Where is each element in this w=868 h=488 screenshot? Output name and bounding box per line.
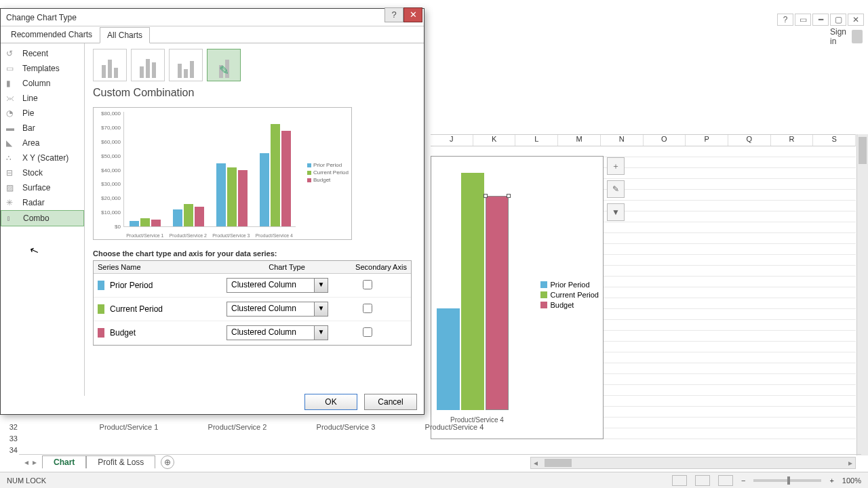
zoom-out-button[interactable]: − bbox=[741, 476, 745, 485]
horizontal-scrollbar[interactable]: ◂▸ bbox=[530, 457, 856, 469]
combo-subtype-custom[interactable]: ✎ bbox=[207, 49, 241, 81]
surface-icon: ▨ bbox=[6, 183, 18, 192]
subtype-title: Custom Combination bbox=[93, 87, 416, 99]
combo-subtype-3[interactable] bbox=[169, 49, 203, 81]
series-name-label: Prior Period bbox=[110, 281, 226, 290]
series-instruction: Choose the chart type and axis for your … bbox=[93, 249, 416, 258]
zoom-slider[interactable] bbox=[753, 479, 821, 482]
type-item-templates[interactable]: ▭Templates bbox=[1, 61, 84, 76]
combo-subtype-2[interactable] bbox=[131, 49, 165, 81]
type-item-stock[interactable]: ⊟Stock bbox=[1, 165, 84, 180]
templates-icon: ▭ bbox=[6, 64, 18, 73]
sign-in-link[interactable]: Sign in bbox=[830, 27, 863, 46]
type-item-bar[interactable]: ▬Bar bbox=[1, 121, 84, 136]
series-row: BudgetClustered Column▼ bbox=[94, 321, 411, 345]
ok-button[interactable]: OK bbox=[304, 394, 357, 410]
sheet-tab-profit-loss[interactable]: Profit & Loss bbox=[86, 455, 155, 468]
radar-icon: ✳ bbox=[6, 198, 18, 207]
recent-icon: ↺ bbox=[6, 49, 18, 58]
dialog-title-bar[interactable]: Change Chart Type ? ✕ bbox=[1, 9, 424, 26]
dialog-title: Change Chart Type bbox=[6, 13, 77, 22]
sheet-nav-next-icon[interactable]: ▸ bbox=[33, 458, 37, 467]
tab-all-charts[interactable]: All Charts bbox=[100, 27, 150, 43]
minimize-icon[interactable]: ━ bbox=[812, 14, 829, 26]
chart-category-label: Product/Service 3 bbox=[292, 423, 400, 431]
normal-view-button[interactable] bbox=[672, 475, 687, 486]
line-icon: ⩙ bbox=[6, 94, 18, 103]
status-bar: NUM LOCK − + 100% bbox=[0, 472, 868, 488]
zoom-level[interactable]: 100% bbox=[842, 476, 861, 485]
combo-icon: ⫾ bbox=[7, 214, 19, 223]
secondary-axis-checkbox[interactable] bbox=[363, 327, 372, 337]
zoom-in-button[interactable]: + bbox=[829, 476, 833, 485]
chart-category-label: Product/Service 2 bbox=[183, 423, 292, 431]
series-row: Current PeriodClustered Column▼ bbox=[94, 298, 411, 321]
dialog-help-icon[interactable]: ? bbox=[384, 7, 403, 22]
page-break-view-button[interactable] bbox=[718, 475, 733, 486]
type-item-area[interactable]: ◣Area bbox=[1, 136, 84, 150]
type-item-column[interactable]: ▮Column bbox=[1, 76, 84, 91]
type-item-scatter[interactable]: ∴X Y (Scatter) bbox=[1, 150, 84, 165]
chart-category-label: Product/Service 4 bbox=[400, 423, 509, 431]
row-headers: 323334 bbox=[4, 423, 18, 458]
maximize-icon[interactable]: ▢ bbox=[830, 14, 846, 26]
vertical-scrollbar[interactable] bbox=[856, 134, 868, 455]
chart-elements-button[interactable]: ＋ bbox=[607, 157, 625, 175]
combo-subtype-1[interactable] bbox=[93, 49, 127, 81]
chart-filters-button[interactable]: ▼ bbox=[607, 203, 625, 221]
chart-type-select[interactable]: Clustered Column▼ bbox=[226, 302, 328, 317]
dropdown-icon: ▼ bbox=[314, 279, 328, 292]
secondary-axis-checkbox[interactable] bbox=[363, 280, 372, 289]
col-secondary-axis: Secondary Axis bbox=[351, 261, 411, 273]
page-layout-view-button[interactable] bbox=[695, 475, 710, 486]
col-chart-type: Chart Type bbox=[222, 261, 351, 273]
dropdown-icon: ▼ bbox=[314, 302, 328, 316]
stock-icon: ⊟ bbox=[6, 168, 18, 178]
series-table: Series Name Chart Type Secondary Axis Pr… bbox=[93, 260, 412, 346]
column-icon: ▮ bbox=[6, 79, 18, 88]
cancel-button[interactable]: Cancel bbox=[364, 394, 417, 410]
chart-preview: $80,000$70,000$60,000$50,000$40,000$30,0… bbox=[93, 107, 352, 240]
chart-type-select[interactable]: Clustered Column▼ bbox=[226, 325, 328, 340]
sheet-nav-prev-icon[interactable]: ◂ bbox=[24, 458, 28, 467]
type-item-line[interactable]: ⩙Line bbox=[1, 91, 84, 106]
scatter-icon: ∴ bbox=[6, 153, 18, 163]
ribbon-display-options-icon[interactable]: ▭ bbox=[795, 14, 811, 26]
chart-type-select[interactable]: Clustered Column▼ bbox=[226, 278, 328, 293]
dialog-close-icon[interactable]: ✕ bbox=[403, 7, 422, 22]
type-item-radar[interactable]: ✳Radar bbox=[1, 195, 84, 210]
col-series-name: Series Name bbox=[94, 261, 222, 273]
chart-legend[interactable]: Prior Period Current Period Budget bbox=[540, 279, 599, 311]
tab-recommended-charts[interactable]: Recommended Charts bbox=[3, 26, 100, 43]
series-row: Prior PeriodClustered Column▼ bbox=[94, 274, 411, 298]
bar-icon: ▬ bbox=[6, 123, 18, 133]
close-app-icon[interactable]: ✕ bbox=[848, 14, 864, 26]
chart-type-list: ↺Recent ▭Templates ▮Column ⩙Line ◔Pie ▬B… bbox=[1, 43, 85, 396]
embedded-chart-object[interactable]: Product/Service 4 Prior Period Current P… bbox=[431, 156, 604, 439]
pie-icon: ◔ bbox=[6, 108, 18, 118]
type-item-pie[interactable]: ◔Pie bbox=[1, 106, 84, 121]
chart-styles-button[interactable]: ✎ bbox=[607, 180, 625, 198]
series-name-label: Budget bbox=[110, 328, 226, 338]
help-icon[interactable]: ? bbox=[777, 14, 793, 26]
series-color-swatch bbox=[98, 328, 104, 338]
dropdown-icon: ▼ bbox=[314, 326, 328, 340]
chart-category-label: Product/Service 1 bbox=[75, 423, 183, 431]
series-name-label: Current Period bbox=[110, 304, 226, 314]
numlock-indicator: NUM LOCK bbox=[7, 476, 46, 485]
secondary-axis-checkbox[interactable] bbox=[363, 304, 372, 313]
type-item-combo[interactable]: ⫾Combo bbox=[1, 210, 84, 226]
avatar bbox=[852, 30, 863, 43]
change-chart-type-dialog: Change Chart Type ? ✕ Recommended Charts… bbox=[0, 8, 425, 415]
series-color-swatch bbox=[98, 281, 104, 290]
combo-subtype-row: ✎ bbox=[93, 49, 416, 81]
column-headers: J K L M N O P Q R S bbox=[431, 134, 856, 146]
type-item-surface[interactable]: ▨Surface bbox=[1, 180, 84, 195]
series-color-swatch bbox=[98, 304, 104, 314]
new-sheet-button[interactable]: ⊕ bbox=[161, 455, 174, 469]
sheet-tab-chart[interactable]: Chart bbox=[42, 455, 86, 468]
type-item-recent[interactable]: ↺Recent bbox=[1, 46, 84, 61]
area-icon: ◣ bbox=[6, 138, 18, 148]
